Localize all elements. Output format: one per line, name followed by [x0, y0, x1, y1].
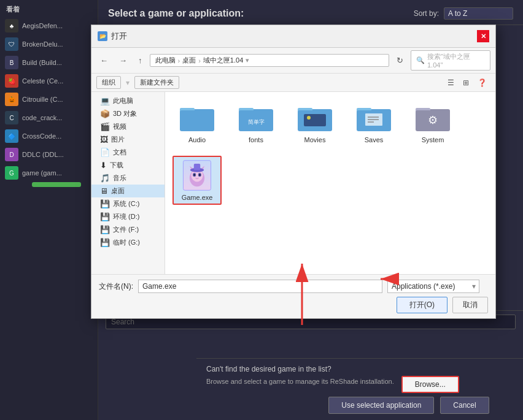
filename-input[interactable] — [138, 280, 382, 293]
nav-item-6[interactable]: 🎵音乐 — [91, 172, 165, 185]
sort-select[interactable]: A to Z Z to A Recently Added — [444, 7, 513, 20]
file-item-5[interactable]: Game.exe — [172, 156, 222, 205]
file-icon-2 — [296, 102, 333, 134]
file-label-3: Saves — [365, 136, 384, 143]
file-item-3[interactable]: Saves — [349, 99, 398, 146]
game-name-7: DDLC (DDL... — [22, 151, 64, 158]
dialog-icon: 📂 — [98, 31, 107, 41]
sidebar-item-4[interactable]: 🎃Citrouille (C... — [0, 90, 98, 109]
file-icon-3 — [355, 102, 392, 134]
view-list-button[interactable]: ☰ — [444, 77, 458, 89]
nav-icon-10: 💾 — [100, 225, 110, 234]
nav-icon-4: 📄 — [100, 148, 110, 157]
svg-text:简单字: 简单字 — [248, 119, 265, 125]
main-header: Select a game or application: Sort by: A… — [98, 0, 523, 25]
browse-button[interactable]: Browse... — [401, 376, 459, 393]
sidebar-item-5[interactable]: Ccode_crack... — [0, 109, 98, 127]
nav-label-0: 此电脑 — [113, 96, 133, 105]
view-help-button[interactable]: ❓ — [474, 77, 490, 89]
nav-label-5: 下载 — [110, 161, 123, 170]
dialog-title: 打开 — [111, 31, 127, 42]
game-thumb-3: 🍓 — [5, 74, 18, 88]
nav-icon-7: 🖥 — [100, 186, 108, 196]
nav-item-5[interactable]: ⬇下载 — [91, 159, 165, 172]
dialog-action-row: 打开(O) 取消 — [99, 297, 488, 313]
progress-row-8 — [0, 182, 98, 189]
nav-item-9[interactable]: 💾环境 (D:) — [91, 210, 165, 223]
dialog-titlebar: 📂 打开 ✕ — [91, 25, 495, 48]
refresh-button[interactable]: ↻ — [393, 54, 407, 67]
nav-item-7[interactable]: 🖥桌面 — [91, 185, 165, 197]
file-open-dialog: 📂 打开 ✕ ← → ↑ 此电脑 › 桌面 › 域中之匣1.04 ▾ ↻ 🔍 搜… — [91, 25, 496, 319]
game-thumb-7: D — [5, 148, 18, 161]
cancel-button[interactable]: Cancel — [440, 397, 489, 414]
file-item-2[interactable]: Movies — [290, 99, 339, 146]
nav-item-4[interactable]: 📄文档 — [91, 146, 165, 159]
file-label-2: Movies — [304, 136, 326, 143]
sidebar-item-7[interactable]: DDDLC (DDL... — [0, 145, 98, 164]
nav-item-0[interactable]: 💻此电脑 — [91, 94, 165, 107]
nav-icon-2: 🎬 — [100, 122, 110, 131]
forward-button[interactable]: → — [115, 54, 131, 67]
sidebar-item-2[interactable]: BBuild (Build... — [0, 53, 98, 72]
nav-icon-0: 💻 — [100, 96, 110, 105]
nav-label-8: 系统 (C:) — [113, 199, 139, 208]
game-name-3: Celeste (Ce... — [22, 77, 63, 85]
game-thumb-5: C — [5, 111, 18, 124]
svg-rect-10 — [304, 114, 326, 126]
dialog-cancel-button[interactable]: 取消 — [452, 297, 488, 313]
nav-label-10: 文件 (F:) — [113, 225, 139, 234]
sidebar-item-3[interactable]: 🍓Celeste (Ce... — [0, 72, 98, 90]
game-thumb-1: 🛡 — [5, 37, 18, 51]
game-thumb-0: ♣ — [5, 19, 18, 32]
use-selected-button[interactable]: Use selected application — [328, 397, 434, 414]
dialog-secondary-toolbar: 组织 ▾ 新建文件夹 ☰ ⊞ ❓ — [91, 74, 495, 92]
file-item-4[interactable]: ⚙ System — [408, 99, 457, 146]
open-button[interactable]: 打开(O) — [397, 297, 447, 313]
nav-label-1: 3D 对象 — [113, 109, 137, 118]
bottom-bar: Can't find the desired game in the list?… — [196, 358, 523, 420]
file-icon-1: 简单字 — [238, 102, 274, 134]
sidebar-item-8[interactable]: Ggame (gam... — [0, 164, 98, 182]
file-icon-4: ⚙ — [414, 102, 451, 134]
nav-item-3[interactable]: 🖼图片 — [91, 133, 165, 146]
organize-button[interactable]: 组织 — [96, 76, 121, 89]
file-item-0[interactable]: Audio — [172, 99, 222, 146]
nav-item-11[interactable]: 💾临时 (G:) — [91, 236, 165, 249]
dialog-bottom: 文件名(N): Applications (*.exe) All Files (… — [91, 274, 495, 318]
dialog-content: 💻此电脑📦3D 对象🎬视频🖼图片📄文档⬇下载🎵音乐🖥桌面💾系统 (C:)💾环境 … — [91, 92, 495, 274]
up-button[interactable]: ↑ — [134, 54, 146, 67]
svg-text:⚙: ⚙ — [428, 114, 438, 126]
back-button[interactable]: ← — [96, 54, 112, 67]
sidebar-item-6[interactable]: 🔷CrossCode... — [0, 127, 98, 145]
file-icon-5 — [179, 159, 215, 191]
path-bar[interactable]: 此电脑 › 桌面 › 域中之匣1.04 ▾ — [150, 54, 390, 67]
nav-item-2[interactable]: 🎬视频 — [91, 120, 165, 133]
sidebar-item-0[interactable]: ♣AegisDefen... — [0, 17, 98, 35]
new-folder-button[interactable]: 新建文件夹 — [134, 76, 179, 89]
filter-select[interactable]: Applications (*.exe) All Files (*.*) — [387, 280, 479, 293]
nav-item-10[interactable]: 💾文件 (F:) — [91, 223, 165, 236]
game-thumb-2: B — [5, 56, 18, 69]
game-name-8: game (gam... — [22, 169, 62, 177]
svg-point-34 — [199, 174, 201, 175]
svg-point-11 — [307, 116, 311, 120]
search-placeholder: 搜索"域中之匣1.04" — [427, 52, 485, 69]
sidebar-item-1[interactable]: 🛡BrokenDelu... — [0, 35, 98, 53]
file-area: Audio 简单字 fonts Movies Saves — [165, 92, 495, 274]
path-part-3: 域中之匣1.04 — [203, 56, 243, 65]
dialog-close-button[interactable]: ✕ — [477, 30, 489, 42]
view-grid-button[interactable]: ⊞ — [459, 77, 473, 89]
nav-item-1[interactable]: 📦3D 对象 — [91, 107, 165, 120]
nav-icon-11: 💾 — [100, 238, 110, 247]
files-grid: Audio 简单字 fonts Movies Saves — [172, 99, 488, 205]
nav-icon-1: 📦 — [100, 109, 110, 118]
file-item-1[interactable]: 简单字 fonts — [231, 99, 281, 146]
search-box[interactable]: 🔍 搜索"域中之匣1.04" — [411, 50, 490, 71]
file-label-4: System — [422, 136, 444, 143]
nav-icon-8: 💾 — [100, 199, 110, 208]
cant-find-text: Can't find the desired game in the list? — [206, 365, 523, 373]
sidebar-title: 看着 — [0, 0, 98, 17]
nav-label-3: 图片 — [111, 135, 125, 144]
nav-item-8[interactable]: 💾系统 (C:) — [91, 197, 165, 210]
